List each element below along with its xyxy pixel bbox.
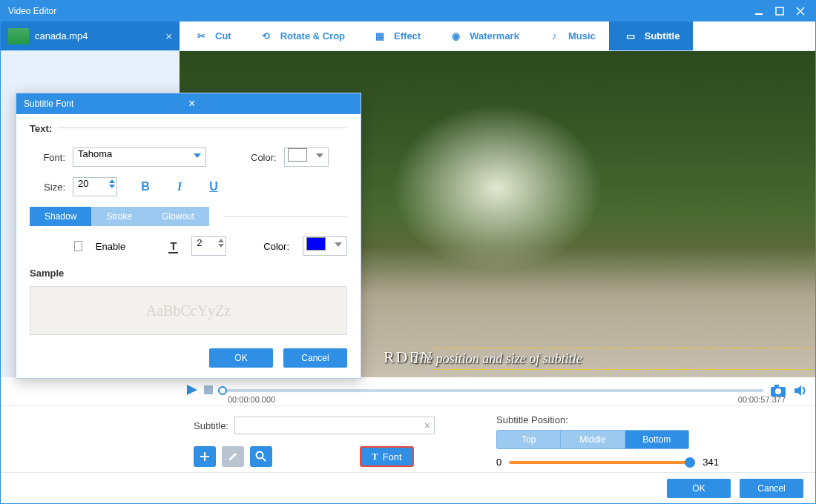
stop-button[interactable] (203, 385, 214, 397)
stroke-width-spinner[interactable]: 2 (191, 236, 226, 256)
chevron-down-icon (194, 153, 201, 158)
position-top[interactable]: Top (497, 431, 561, 448)
spinner-down-icon[interactable] (109, 185, 115, 188)
maximize-button[interactable] (769, 4, 790, 19)
position-label: Subtitle Position: (496, 414, 719, 425)
tab-shadow[interactable]: Shadow (30, 207, 91, 226)
subtitle-label: Subtitle: (194, 420, 228, 431)
subtitle-font-dialog: Subtitle Font × Text: Font: Tahoma Color… (16, 93, 361, 379)
spinner-down-icon[interactable] (218, 244, 224, 248)
dialog-titlebar: Subtitle Font × (16, 93, 361, 114)
filmstrip-icon: ▦ (372, 28, 388, 44)
edit-subtitle-button[interactable] (222, 446, 244, 467)
enable-label: Enable (96, 241, 125, 252)
svg-rect-1 (776, 7, 783, 15)
overlay-subtitle-text: The position and size of subtitle (412, 351, 582, 367)
close-button[interactable] (790, 4, 811, 19)
underline-button[interactable]: U (208, 180, 220, 193)
chevron-down-icon (316, 153, 323, 158)
tab-stroke[interactable]: Stroke (91, 207, 147, 226)
ok-button[interactable]: OK (667, 479, 731, 498)
sample-label: Sample (30, 268, 347, 279)
footer: OK Cancel (1, 472, 815, 503)
text-color-label: Color: (251, 152, 277, 163)
watermark-icon: ◉ (447, 28, 464, 44)
sample-text: AaBbCcYyZz (146, 302, 231, 319)
timeline-slider[interactable] (218, 389, 763, 392)
effect-tabs: Shadow Stroke Glowout (30, 207, 209, 226)
sample-preview: AaBbCcYyZz (30, 286, 347, 335)
svg-rect-5 (204, 385, 213, 394)
position-slider-thumb[interactable] (685, 457, 695, 468)
text-icon: T (372, 451, 378, 462)
window-title: Video Editor (8, 6, 748, 16)
position-panel: Subtitle Position: Top Middle Bottom 0 3… (496, 414, 719, 468)
titlebar: Video Editor (1, 1, 815, 21)
position-min: 0 (496, 457, 501, 468)
italic-button[interactable]: I (174, 180, 185, 193)
cancel-button[interactable]: Cancel (740, 479, 803, 498)
text-section-label: Text: (30, 123, 58, 134)
text-color-combo[interactable] (284, 147, 329, 167)
spinner-up-icon[interactable] (218, 239, 224, 242)
time-current: 00:00:00.000 (228, 395, 275, 404)
tool-cut[interactable]: ✂Cut (180, 21, 245, 50)
subtitle-input[interactable] (234, 417, 435, 434)
svg-marker-4 (187, 385, 197, 395)
dialog-title: Subtitle Font (24, 99, 188, 109)
tool-subtitle[interactable]: ▭Subtitle (609, 21, 694, 50)
svg-line-13 (263, 458, 266, 461)
music-note-icon: ♪ (546, 28, 562, 44)
size-label: Size: (30, 182, 65, 193)
spinner-up-icon[interactable] (109, 179, 115, 183)
font-label: Font: (30, 152, 65, 163)
play-button[interactable] (185, 383, 199, 399)
clear-input-icon[interactable]: × (424, 420, 430, 431)
tool-music[interactable]: ♪Music (533, 21, 609, 50)
dialog-cancel-button[interactable]: Cancel (283, 348, 347, 368)
font-combo[interactable]: Tahoma (73, 147, 206, 167)
toolbar: ✂Cut ⟲Rotate & Crop ▦Effect ◉Watermark ♪… (180, 21, 815, 50)
tool-rotate-crop[interactable]: ⟲Rotate & Crop (245, 21, 358, 50)
tab-glowout[interactable]: Glowout (147, 207, 209, 226)
size-spinner[interactable]: 20 (73, 177, 117, 196)
position-middle[interactable]: Middle (561, 431, 625, 448)
search-subtitle-button[interactable] (250, 446, 272, 467)
enable-checkbox[interactable] (74, 241, 82, 251)
position-max: 341 (703, 457, 719, 468)
svg-rect-8 (774, 385, 779, 388)
file-close-icon[interactable]: × (165, 30, 172, 42)
shadow-color-label: Color: (263, 241, 289, 252)
volume-button[interactable] (793, 382, 809, 399)
subtitle-icon: ▭ (622, 28, 639, 44)
dialog-close-icon[interactable]: × (188, 97, 353, 110)
chevron-down-icon (335, 242, 342, 247)
add-subtitle-button[interactable] (194, 446, 216, 467)
svg-point-7 (775, 388, 781, 394)
svg-point-12 (257, 452, 263, 459)
crop-icon: ⟲ (258, 28, 274, 44)
bold-button[interactable]: B (139, 180, 151, 193)
tool-effect[interactable]: ▦Effect (358, 21, 434, 50)
position-bottom[interactable]: Bottom (625, 431, 688, 448)
tool-watermark[interactable]: ◉Watermark (434, 21, 533, 50)
shadow-color-swatch (306, 237, 326, 251)
scissors-icon: ✂ (193, 28, 209, 44)
file-tab[interactable]: canada.mp4 × (1, 21, 180, 50)
minimize-button[interactable] (748, 4, 769, 19)
text-width-icon: T (168, 239, 178, 253)
timeline-thumb[interactable] (218, 386, 227, 395)
time-total: 00:00:57.377 (738, 395, 786, 404)
svg-marker-9 (794, 385, 801, 396)
text-color-swatch (288, 148, 307, 162)
position-slider[interactable] (509, 461, 695, 464)
dialog-ok-button[interactable]: OK (209, 348, 273, 368)
shadow-color-combo[interactable] (303, 236, 347, 256)
file-thumbnail (8, 28, 29, 44)
file-name: canada.mp4 (35, 30, 159, 42)
position-segmented: Top Middle Bottom (496, 430, 689, 449)
font-button[interactable]: T Font (360, 446, 414, 467)
